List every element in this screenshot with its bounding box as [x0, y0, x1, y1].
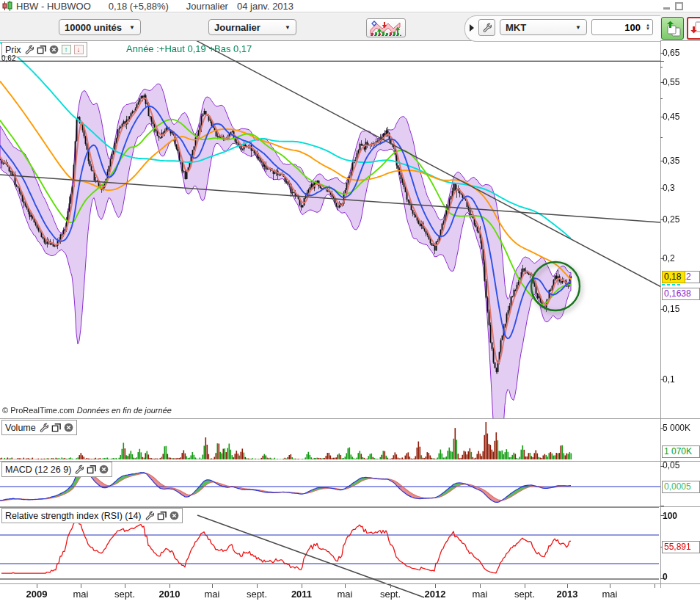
- units-dropdown[interactable]: 10000 unités ▼: [59, 19, 141, 35]
- rsi-axis-top-label: 100: [663, 511, 677, 521]
- date-label: 04 janv. 2013: [237, 1, 294, 12]
- mini-chart-icon: [369, 20, 403, 36]
- price-axis-label: 0,2: [663, 253, 675, 263]
- close-icon[interactable]: [169, 511, 179, 520]
- volume-panel-header: Volume: [1, 420, 77, 435]
- wrench-icon[interactable]: [24, 45, 34, 54]
- sell-button[interactable]: [687, 17, 700, 40]
- time-axis-label: sept.: [236, 589, 277, 600]
- time-axis-label: mai: [589, 589, 630, 600]
- time-axis-label: sept.: [104, 589, 145, 600]
- price-axis-label: 0,65: [663, 48, 679, 58]
- timeframe-dropdown-value: Journalier: [214, 22, 260, 33]
- time-axis-label: mai: [60, 589, 101, 600]
- expand-arrow-icon[interactable]: [470, 24, 474, 32]
- instrument-name: HBW - HUBWOO: [16, 1, 91, 12]
- price-axis-label: 0,55: [663, 77, 679, 87]
- price-axis-label: 0,15: [663, 304, 679, 314]
- wrench-icon[interactable]: [74, 465, 84, 474]
- macd-panel-title: MACD (12 26 9): [5, 465, 71, 475]
- time-axis-label: sept.: [370, 589, 411, 600]
- band-low-value: 0,1638: [664, 288, 691, 299]
- chevron-down-icon: ▼: [575, 24, 581, 31]
- volume-panel-title: Volume: [5, 423, 36, 433]
- price-axis-label: 0,25: [663, 214, 679, 225]
- chart-style-button[interactable]: [366, 18, 406, 37]
- rsi-panel-title: Relative strength index (RSI) (14): [5, 511, 142, 521]
- detach-window-icon[interactable]: [51, 423, 61, 432]
- time-axis-label: mai: [192, 589, 233, 600]
- quantity-stepper[interactable]: 100 ▲▼: [591, 19, 653, 35]
- time-axis-label: mai: [324, 589, 365, 600]
- wrench-icon[interactable]: [39, 423, 48, 432]
- window-minimize-button[interactable]: [663, 7, 670, 10]
- time-axis-label: 2010: [149, 589, 190, 600]
- move-panel-up-button[interactable]: ↑: [62, 45, 71, 54]
- price-panel-title: Prix: [5, 45, 21, 55]
- time-axis-label: sept.: [504, 589, 545, 600]
- order-settings-button[interactable]: [478, 19, 495, 36]
- price-axis-label: 0,45: [663, 112, 679, 122]
- time-axis-label: 2011: [281, 589, 322, 600]
- price-axis-label: 0,3: [663, 183, 675, 193]
- time-axis-label: 2012: [415, 589, 456, 600]
- title-bar: HBW - HUBWOO 0,18 (+5,88%) Journalier 04…: [0, 0, 700, 12]
- copyright-line: © ProRealTime.com Données en fin de jour…: [2, 406, 172, 415]
- rsi-panel-header: Relative strength index (RSI) (14): [1, 508, 183, 523]
- last-quote: 0,18 (+5,88%): [109, 1, 169, 12]
- close-icon[interactable]: [64, 423, 73, 432]
- detach-window-icon[interactable]: [157, 511, 167, 520]
- volume-value-box: 1 070K: [662, 445, 700, 458]
- macd-axis-label: 0,05: [663, 460, 679, 470]
- quantity-value: 100: [592, 22, 644, 33]
- volume-value: 1 070K: [664, 446, 692, 456]
- wrench-icon[interactable]: [145, 511, 154, 520]
- rsi-value: 55,891: [664, 542, 691, 552]
- time-axis-label: 2009: [16, 589, 57, 600]
- rsi-axis-bottom-label: 0: [663, 572, 668, 582]
- copyright-text: © ProRealTime.com: [2, 406, 75, 415]
- data-note-text: Données en fin de journée: [77, 406, 172, 415]
- volume-axis-label: 5 000K: [663, 423, 690, 433]
- candlestick-icon: [2, 1, 13, 11]
- buy-button[interactable]: [661, 17, 684, 40]
- year-high-low-stats: Année :+Haut 0,19 +Bas 0,17: [126, 43, 252, 54]
- macd-panel-header: MACD (12 26 9): [1, 462, 112, 477]
- chevron-down-icon: ▼: [285, 24, 291, 31]
- price-axis-label: 0,1: [663, 374, 675, 385]
- time-axis-label: mai: [459, 589, 500, 600]
- close-icon[interactable]: [49, 45, 59, 54]
- trading-app-window: HBW - HUBWOO 0,18 (+5,88%) Journalier 04…: [0, 0, 700, 604]
- order-type-dropdown[interactable]: MKT ▼: [500, 19, 587, 35]
- close-icon[interactable]: [99, 465, 109, 474]
- stepper-arrows[interactable]: ▲▼: [644, 23, 652, 31]
- wrench-icon: [482, 23, 492, 32]
- timeframe-label: Journalier: [186, 1, 228, 12]
- price-axis-label: 0,35: [663, 156, 679, 166]
- sell-order-icon: [690, 20, 700, 37]
- move-panel-down-button[interactable]: ↓: [74, 45, 84, 54]
- last-price-value: 0,18: [664, 272, 681, 282]
- last-price-box: 0,18: [662, 271, 685, 283]
- rsi-value-box: 55,891: [662, 541, 700, 553]
- time-axis-label: 2013: [547, 589, 588, 600]
- detach-window-icon[interactable]: [87, 465, 96, 474]
- timeframe-dropdown[interactable]: Journalier ▼: [208, 19, 296, 35]
- buy-order-icon: [664, 20, 682, 37]
- chevron-down-icon: ▼: [129, 24, 135, 31]
- macd-value: 0,0005: [664, 481, 691, 492]
- detach-window-icon[interactable]: [37, 45, 46, 54]
- macd-value-box: 0,0005: [662, 481, 700, 493]
- hline-price-label: 0,62: [1, 54, 15, 62]
- order-type-value: MKT: [506, 22, 526, 33]
- band-low-value-box: 0,1638: [662, 288, 700, 300]
- toolbar: 10000 unités ▼ Journalier ▼: [0, 13, 700, 40]
- window-maximize-button[interactable]: [675, 2, 683, 10]
- units-dropdown-value: 10000 unités: [65, 22, 122, 33]
